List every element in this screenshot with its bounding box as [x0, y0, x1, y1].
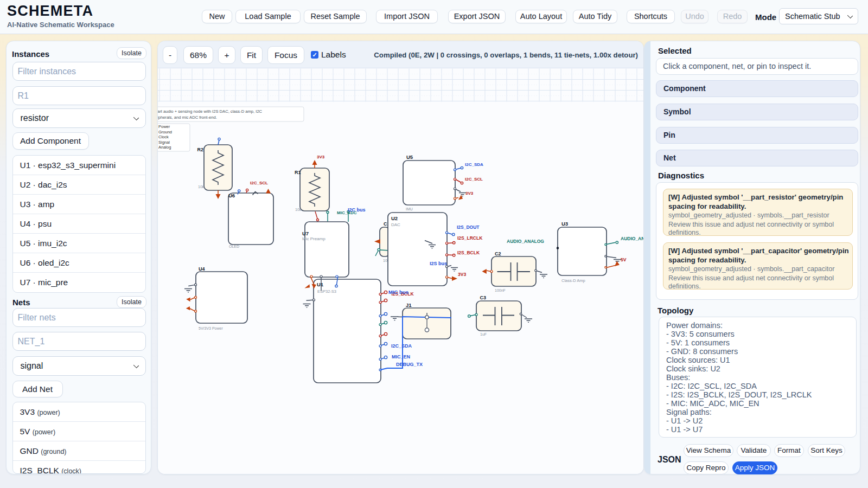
svg-text:I2C_SDA: I2C_SDA: [465, 162, 483, 167]
svg-text:C3: C3: [480, 295, 487, 300]
svg-text:Power: Power: [158, 124, 170, 129]
svg-text:3V3: 3V3: [317, 155, 325, 159]
svg-text:I2C_SCL: I2C_SCL: [250, 181, 268, 185]
svg-text:C2: C2: [495, 251, 501, 256]
svg-text:I2C bus: I2C bus: [348, 207, 366, 213]
svg-text:I2S_DOUT: I2S_DOUT: [457, 224, 480, 230]
svg-text:I2C_SDA: I2C_SDA: [391, 343, 412, 349]
svg-text:10k: 10k: [198, 185, 205, 189]
svg-text:U6: U6: [228, 192, 235, 198]
svg-text:I2S bus: I2S bus: [430, 261, 447, 266]
svg-text:Signal: Signal: [158, 140, 170, 145]
svg-text:5V/3V3 Power: 5V/3V3 Power: [199, 326, 223, 330]
svg-text:U3: U3: [561, 221, 568, 227]
svg-text:U1: U1: [317, 281, 324, 287]
svg-text:3V3: 3V3: [458, 272, 466, 277]
svg-text:OLED: OLED: [229, 245, 239, 248]
svg-text:10k: 10k: [295, 208, 302, 211]
svg-text:ipherals, and mic ADC front-en: ipherals, and mic ADC front-end.: [158, 115, 217, 120]
svg-text:MIC_EN: MIC_EN: [392, 354, 410, 359]
svg-text:ESP32-S3: ESP32-S3: [317, 289, 336, 294]
svg-text:U7: U7: [302, 230, 309, 236]
svg-text:U2: U2: [391, 215, 398, 221]
svg-text:R1: R1: [295, 170, 301, 175]
svg-text:MIC bus: MIC bus: [388, 289, 409, 295]
svg-text:5V: 5V: [621, 257, 627, 262]
svg-text:AUDIO_ANALOG: AUDIO_ANALOG: [507, 239, 544, 244]
svg-text:I2S_BCLK: I2S_BCLK: [457, 250, 480, 255]
svg-text:Analog: Analog: [158, 145, 171, 150]
svg-text:R2: R2: [197, 147, 204, 152]
svg-text:Clock: Clock: [158, 134, 169, 139]
svg-text:IMU: IMU: [406, 207, 413, 211]
svg-text:U5: U5: [406, 154, 413, 160]
svg-text:1uF: 1uF: [480, 332, 487, 336]
svg-text:Ground: Ground: [158, 130, 172, 134]
svg-text:U4: U4: [199, 266, 205, 272]
svg-text:art audio + sensing node with: art audio + sensing node with I2S DAC, c…: [158, 109, 263, 114]
svg-text:DEBUG_TX: DEBUG_TX: [396, 362, 423, 367]
svg-text:Mic Preamp: Mic Preamp: [302, 236, 326, 241]
svg-text:I2C_SCL: I2C_SCL: [465, 177, 483, 182]
svg-text:I2S_LRCLK: I2S_LRCLK: [457, 235, 483, 241]
svg-text:Class-D Amp: Class-D Amp: [561, 278, 585, 283]
svg-text:J1: J1: [406, 302, 412, 308]
svg-text:3V3: 3V3: [465, 191, 474, 196]
svg-text:AUDIO_ANAL: AUDIO_ANAL: [621, 236, 643, 241]
svg-text:100nF: 100nF: [495, 288, 506, 292]
svg-text:DAC: DAC: [391, 222, 400, 227]
